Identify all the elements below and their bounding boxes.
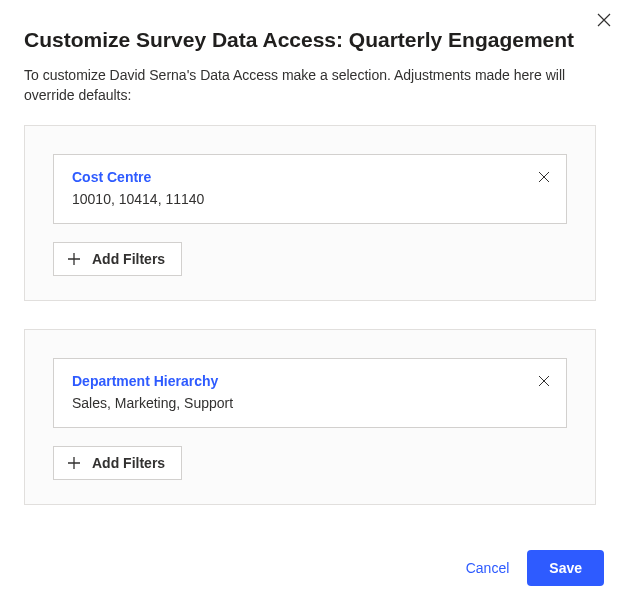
remove-filter-button[interactable] — [536, 169, 552, 185]
close-button[interactable] — [592, 8, 616, 32]
filter-scroll-area[interactable]: Cost Centre 10010, 10414, 11140 Add Filt… — [24, 125, 604, 534]
filter-label: Cost Centre — [72, 169, 548, 185]
filter-box-department-hierarchy[interactable]: Department Hierarchy Sales, Marketing, S… — [53, 358, 567, 428]
add-filters-button[interactable]: Add Filters — [53, 446, 182, 480]
remove-filter-button[interactable] — [536, 373, 552, 389]
cancel-button[interactable]: Cancel — [466, 560, 510, 576]
filter-label: Department Hierarchy — [72, 373, 548, 389]
dialog-title: Customize Survey Data Access: Quarterly … — [24, 28, 604, 52]
filter-group: Cost Centre 10010, 10414, 11140 Add Filt… — [24, 125, 596, 301]
add-filters-label: Add Filters — [92, 455, 165, 471]
close-icon — [596, 12, 612, 28]
close-icon — [538, 171, 550, 183]
filter-group: Department Hierarchy Sales, Marketing, S… — [24, 329, 596, 505]
close-icon — [538, 375, 550, 387]
save-button[interactable]: Save — [527, 550, 604, 586]
filter-value: Sales, Marketing, Support — [72, 395, 548, 411]
dialog-footer: Cancel Save — [0, 536, 628, 604]
filter-box-cost-centre[interactable]: Cost Centre 10010, 10414, 11140 — [53, 154, 567, 224]
add-filters-label: Add Filters — [92, 251, 165, 267]
dialog-description: To customize David Serna's Data Access m… — [24, 66, 604, 105]
filter-value: 10010, 10414, 11140 — [72, 191, 548, 207]
plus-icon — [66, 455, 82, 471]
plus-icon — [66, 251, 82, 267]
customize-access-dialog: Customize Survey Data Access: Quarterly … — [0, 0, 628, 604]
add-filters-button[interactable]: Add Filters — [53, 242, 182, 276]
